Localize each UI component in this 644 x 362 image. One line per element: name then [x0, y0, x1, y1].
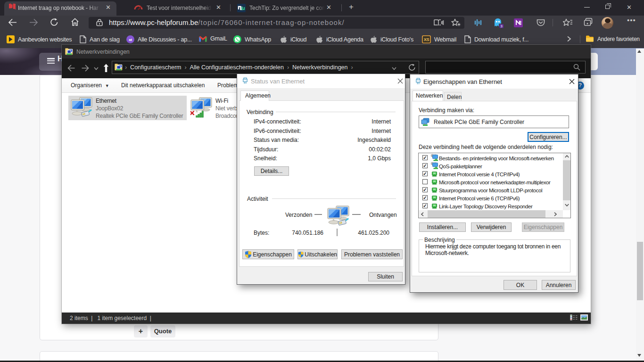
svg-text:at: at — [129, 38, 132, 42]
svg-text:XS: XS — [424, 37, 429, 42]
svg-text:3: 3 — [501, 24, 503, 28]
